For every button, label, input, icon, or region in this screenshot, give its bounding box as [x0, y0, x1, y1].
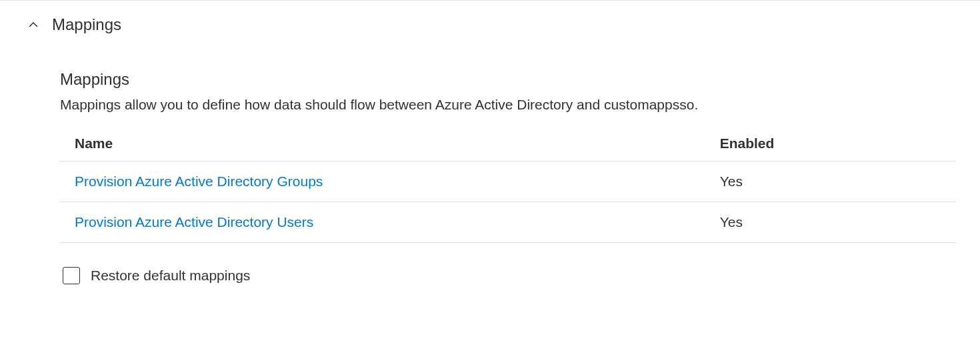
mapping-name-cell: Provision Azure Active Directory Groups: [60, 161, 705, 202]
table-header-row: Name Enabled: [60, 129, 956, 161]
mappings-panel: Mappings Mappings allow you to define ho…: [0, 34, 980, 284]
mapping-name-cell: Provision Azure Active Directory Users: [60, 202, 705, 243]
restore-default-checkbox[interactable]: [63, 267, 80, 284]
chevron-up-icon[interactable]: [27, 18, 40, 31]
mappings-table: Name Enabled Provision Azure Active Dire…: [60, 129, 956, 243]
table-row: Provision Azure Active Directory Groups …: [60, 161, 956, 202]
mapping-link-groups[interactable]: Provision Azure Active Directory Groups: [75, 174, 323, 189]
restore-default-label: Restore default mappings: [91, 268, 250, 284]
mapping-enabled-cell: Yes: [705, 202, 956, 243]
section-title: Mappings: [52, 15, 121, 34]
column-header-enabled[interactable]: Enabled: [705, 129, 956, 161]
mapping-link-users[interactable]: Provision Azure Active Directory Users: [75, 214, 313, 230]
table-row: Provision Azure Active Directory Users Y…: [60, 202, 956, 243]
mappings-section-header[interactable]: Mappings: [0, 1, 980, 34]
restore-default-row: Restore default mappings: [60, 243, 956, 284]
column-header-name[interactable]: Name: [60, 129, 705, 161]
panel-heading: Mappings: [60, 70, 956, 89]
panel-description: Mappings allow you to define how data sh…: [60, 97, 956, 113]
mapping-enabled-cell: Yes: [705, 161, 956, 202]
